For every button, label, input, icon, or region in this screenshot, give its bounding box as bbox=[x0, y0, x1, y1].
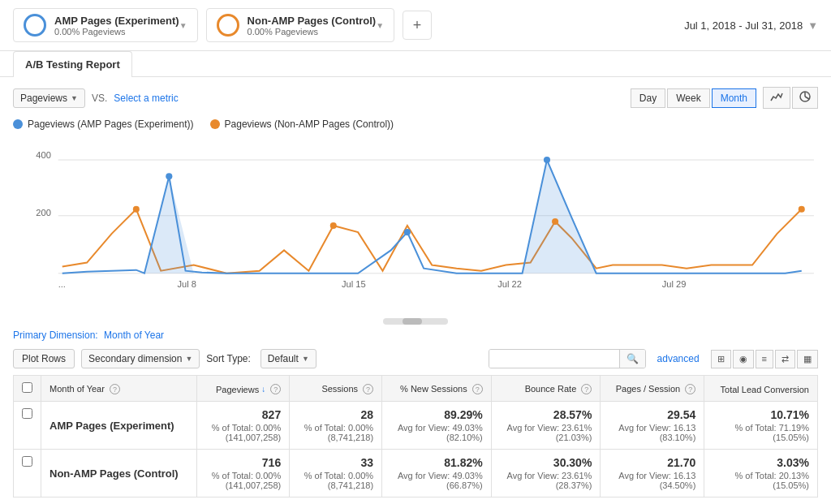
row-bounce-rate: 30.30% Avg for View: 23.61%(28.37%) bbox=[491, 450, 601, 498]
chart-type-buttons bbox=[763, 87, 818, 109]
pageviews-sub: % of Total: 0.00%(141,007,258) bbox=[205, 423, 281, 442]
data-toolbar: Plot Rows Secondary dimension ▼ Sort Typ… bbox=[13, 349, 818, 368]
bounce-rate-help-icon[interactable]: ? bbox=[581, 384, 592, 394]
plot-rows-button[interactable]: Plot Rows bbox=[13, 349, 75, 368]
row-label: Non-AMP Pages (Control) bbox=[41, 450, 197, 498]
row-new-sessions: 81.82% Avg for View: 49.03%(66.87%) bbox=[382, 450, 492, 498]
pageviews-help-icon[interactable]: ? bbox=[270, 384, 281, 394]
row-checkbox[interactable] bbox=[22, 408, 32, 419]
legend-label-amp: Pageviews (AMP Pages (Experiment)) bbox=[28, 118, 194, 130]
sort-type-dropdown[interactable]: Default ▼ bbox=[260, 349, 316, 368]
sessions-sub: % of Total: 0.00%(8,741,218) bbox=[298, 423, 373, 442]
line-chart-button[interactable] bbox=[763, 87, 790, 109]
table-row: Non-AMP Pages (Control) 716 % of Total: … bbox=[14, 450, 818, 498]
pageviews-main: 716 bbox=[205, 456, 281, 469]
segment2-title: Non-AMP Pages (Control) bbox=[248, 15, 377, 27]
sort-type-label: Sort Type: bbox=[206, 353, 250, 364]
th-month-label: Month of Year bbox=[50, 384, 105, 394]
new-sessions-help-icon[interactable]: ? bbox=[472, 384, 483, 394]
add-segment-button[interactable]: + bbox=[403, 11, 432, 40]
pages-session-sub: Avg for View: 16.13(83.10%) bbox=[609, 423, 695, 442]
x-label-jul8: Jul 8 bbox=[177, 279, 196, 289]
search-box: 🔍 bbox=[489, 349, 646, 368]
row-total-lead: 10.71% % of Total: 71.19%(15.05%) bbox=[704, 402, 818, 450]
pie-chart-button[interactable] bbox=[792, 87, 818, 109]
segment2-icon bbox=[217, 14, 239, 37]
legend-dot-orange bbox=[210, 119, 220, 129]
sessions-sub: % of Total: 0.00%(8,741,218) bbox=[298, 471, 373, 490]
th-sessions-label: Sessions bbox=[321, 384, 358, 394]
chart-toolbar: Pageviews ▼ VS. Select a metric Day Week… bbox=[13, 87, 818, 109]
list-view-button[interactable]: ≡ bbox=[756, 350, 773, 368]
period-month-button[interactable]: Month bbox=[712, 88, 756, 108]
row-sessions: 28 % of Total: 0.00%(8,741,218) bbox=[290, 402, 382, 450]
amp-fill bbox=[144, 160, 794, 274]
bounce-rate-sub: Avg for View: 23.61%(21.03%) bbox=[500, 423, 592, 442]
amp-peak2-dot bbox=[544, 157, 550, 163]
select-metric-link[interactable]: Select a metric bbox=[114, 93, 178, 104]
svg-line-2 bbox=[805, 97, 809, 99]
date-range-picker[interactable]: Jul 1, 2018 - Jul 31, 2018 ▼ bbox=[684, 19, 818, 32]
th-bounce-rate: Bounce Rate ? bbox=[491, 376, 601, 402]
th-pageviews-sort[interactable]: Pageviews ↓ ? bbox=[216, 384, 281, 394]
row-total-lead: 3.03% % of Total: 20.13%(15.05%) bbox=[704, 450, 818, 498]
tab-ab-testing-report[interactable]: A/B Testing Report bbox=[13, 51, 132, 77]
segment2-info: Non-AMP Pages (Control) 0.00% Pageviews bbox=[248, 15, 377, 37]
th-pages-session: Pages / Session ? bbox=[601, 376, 704, 402]
total-lead-sub: % of Total: 71.19%(15.05%) bbox=[713, 423, 809, 442]
segment2-sub: 0.00% Pageviews bbox=[248, 27, 377, 37]
secondary-dim-dropdown[interactable]: Secondary dimension ▼ bbox=[81, 349, 200, 368]
segment1-sub: 0.00% Pageviews bbox=[54, 27, 179, 37]
advanced-link[interactable]: advanced bbox=[657, 353, 700, 364]
grid-view-button[interactable]: ⊞ bbox=[711, 350, 731, 368]
bounce-rate-main: 28.57% bbox=[500, 408, 592, 421]
primary-dim-value[interactable]: Month of Year bbox=[104, 330, 164, 341]
new-sessions-main: 89.29% bbox=[390, 408, 483, 421]
period-week-button[interactable]: Week bbox=[667, 88, 709, 108]
chart-legend: Pageviews (AMP Pages (Experiment)) Pagev… bbox=[13, 118, 818, 130]
search-icon[interactable]: 🔍 bbox=[619, 350, 645, 368]
pageviews-sort-arrow-icon: ↓ bbox=[261, 385, 265, 394]
segment1-info: AMP Pages (Experiment) 0.00% Pageviews bbox=[54, 15, 179, 37]
x-label-jul22: Jul 22 bbox=[497, 279, 522, 289]
date-range-chevron-icon: ▼ bbox=[807, 19, 818, 32]
search-input[interactable] bbox=[489, 350, 619, 368]
header: AMP Pages (Experiment) 0.00% Pageviews ▼… bbox=[0, 0, 831, 51]
chart-scrollbar[interactable] bbox=[13, 318, 818, 325]
row-pages-session: 21.70 Avg for View: 16.13(34.50%) bbox=[601, 450, 704, 498]
sessions-main: 33 bbox=[298, 456, 373, 469]
line-chart-icon bbox=[770, 91, 783, 102]
month-help-icon[interactable]: ? bbox=[110, 384, 120, 394]
metric1-dropdown[interactable]: Pageviews ▼ bbox=[13, 88, 85, 108]
y-label-400: 400 bbox=[36, 150, 51, 160]
select-all-checkbox[interactable] bbox=[22, 382, 32, 393]
date-range-label: Jul 1, 2018 - Jul 31, 2018 bbox=[684, 19, 803, 32]
row-bounce-rate: 28.57% Avg for View: 23.61%(21.03%) bbox=[491, 402, 601, 450]
compare-view-button[interactable]: ⇄ bbox=[775, 350, 795, 368]
x-label-start: ... bbox=[58, 279, 66, 289]
th-new-sessions-label: % New Sessions bbox=[400, 384, 467, 394]
th-total-lead: Total Lead Conversion bbox=[704, 376, 818, 402]
amp-peak-dot bbox=[166, 173, 172, 179]
pages-session-help-icon[interactable]: ? bbox=[685, 384, 695, 394]
th-sessions: Sessions ? bbox=[290, 376, 382, 402]
sessions-help-icon[interactable]: ? bbox=[363, 384, 373, 394]
legend-item-amp: Pageviews (AMP Pages (Experiment)) bbox=[13, 118, 194, 130]
th-month: Month of Year ? bbox=[41, 376, 197, 402]
th-pageviews: Pageviews ↓ ? bbox=[197, 376, 290, 402]
row-checkbox[interactable] bbox=[22, 456, 32, 467]
secondary-dim-chevron-icon: ▼ bbox=[185, 355, 192, 363]
pie-view-button[interactable]: ◉ bbox=[733, 350, 754, 368]
row-pages-session: 29.54 Avg for View: 16.13(83.10%) bbox=[601, 402, 704, 450]
pages-session-sub: Avg for View: 16.13(34.50%) bbox=[609, 471, 695, 490]
segment1-card[interactable]: AMP Pages (Experiment) 0.00% Pageviews ▼ bbox=[13, 8, 198, 42]
th-pages-session-label: Pages / Session bbox=[616, 384, 681, 394]
segment2-card[interactable]: Non-AMP Pages (Control) 0.00% Pageviews … bbox=[206, 8, 395, 42]
period-day-button[interactable]: Day bbox=[631, 88, 665, 108]
pageviews-main: 827 bbox=[205, 408, 281, 421]
bounce-rate-sub: Avg for View: 23.61%(28.37%) bbox=[500, 471, 592, 490]
line-chart: 400 200 ... Jul 8 Jul 15 Jul 22 Jul 29 bbox=[13, 136, 818, 315]
metric1-chevron-icon: ▼ bbox=[71, 94, 78, 102]
table-view-button[interactable]: ▦ bbox=[797, 350, 818, 368]
pie-chart-icon bbox=[799, 91, 811, 102]
